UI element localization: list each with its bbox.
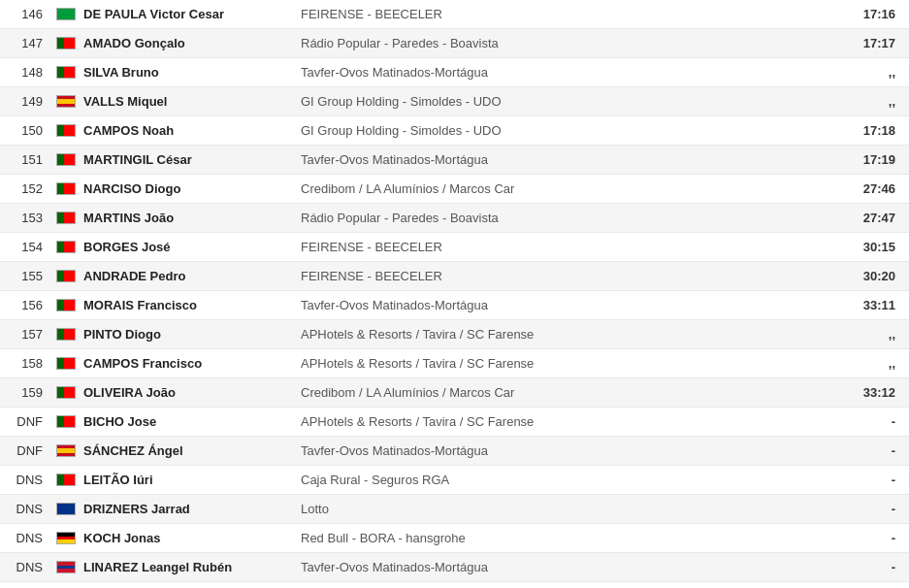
time-gap: 30:15	[818, 240, 905, 254]
time-gap: 33:11	[818, 298, 905, 312]
rank: 156	[4, 298, 52, 312]
time-gap: 17:18	[818, 123, 905, 138]
team-name: Tavfer-Ovos Matinados-Mortágua	[293, 152, 818, 167]
team-name: FEIRENSE - BEECELER	[293, 240, 818, 254]
team-name: Lotto	[293, 502, 818, 516]
rank: 149	[4, 94, 52, 109]
flag-icon	[52, 8, 80, 20]
flag-icon	[52, 270, 80, 282]
rider-name: DRIZNERS Jarrad	[80, 502, 293, 516]
table-row: DNSLINAREZ Leangel RubénTavfer-Ovos Mati…	[0, 553, 909, 582]
rank: 152	[4, 181, 52, 196]
table-row: DNSKOCH JonasRed Bull - BORA - hansgrohe…	[0, 524, 909, 553]
team-name: APHotels & Resorts / Tavira / SC Farense	[293, 356, 818, 371]
rider-name: CAMPOS Noah	[80, 123, 293, 138]
rank: 158	[4, 356, 52, 371]
team-name: Credibom / LA Alumínios / Marcos Car	[293, 181, 818, 196]
rank: DNF	[4, 414, 52, 429]
table-row: DNSDRIZNERS JarradLotto-	[0, 495, 909, 524]
flag-icon	[52, 66, 80, 79]
table-row: 148SILVA BrunoTavfer-Ovos Matinados-Mort…	[0, 58, 909, 87]
rider-name: MARTINGIL César	[80, 152, 293, 167]
flag-icon	[52, 357, 80, 370]
team-name: Tavfer-Ovos Matinados-Mortágua	[293, 443, 818, 458]
time-gap: -	[818, 414, 905, 429]
flag-icon	[52, 124, 80, 137]
team-name: APHotels & Resorts / Tavira / SC Farense	[293, 414, 818, 429]
rank: DNF	[4, 443, 52, 458]
rider-name: OLIVEIRA João	[80, 385, 293, 400]
rank: DNS	[4, 560, 52, 574]
flag-icon	[52, 95, 80, 108]
flag-icon	[52, 241, 80, 253]
table-row: 153MARTINS JoãoRádio Popular - Paredes -…	[0, 204, 909, 233]
time-gap: -	[818, 560, 905, 574]
flag-icon	[52, 503, 80, 515]
time-gap: ,,	[818, 327, 905, 342]
team-name: GI Group Holding - Simoldes - UDO	[293, 94, 818, 109]
rank: 157	[4, 327, 52, 342]
table-row: DNSLEITÃO IúriCaja Rural - Seguros RGA-	[0, 466, 909, 495]
table-row: 152NARCISO DiogoCredibom / LA Alumínios …	[0, 175, 909, 204]
team-name: Tavfer-Ovos Matinados-Mortágua	[293, 298, 818, 312]
table-row: 159OLIVEIRA JoãoCredibom / LA Alumínios …	[0, 378, 909, 408]
rider-name: MORAIS Francisco	[80, 298, 293, 312]
flag-icon	[52, 532, 80, 544]
time-gap: -	[818, 502, 905, 516]
flag-icon	[52, 561, 80, 573]
rider-name: SÁNCHEZ Ángel	[80, 443, 293, 458]
rider-name: DE PAULA Victor Cesar	[80, 7, 293, 21]
rider-name: SILVA Bruno	[80, 65, 293, 80]
table-row: DNFBICHO JoseAPHotels & Resorts / Tavira…	[0, 408, 909, 437]
time-gap: ,,	[818, 94, 905, 109]
flag-icon	[52, 153, 80, 166]
flag-icon	[52, 182, 80, 195]
table-row: DNFSÁNCHEZ ÁngelTavfer-Ovos Matinados-Mo…	[0, 437, 909, 466]
table-row: 155ANDRADE PedroFEIRENSE - BEECELER30:20	[0, 262, 909, 291]
time-gap: 17:16	[818, 7, 905, 21]
time-gap: -	[818, 443, 905, 458]
flag-icon	[52, 37, 80, 49]
rank: 153	[4, 211, 52, 225]
rider-name: AMADO Gonçalo	[80, 36, 293, 50]
rider-name: MARTINS João	[80, 211, 293, 225]
table-row: 158CAMPOS FranciscoAPHotels & Resorts / …	[0, 349, 909, 378]
flag-icon	[52, 299, 80, 311]
results-table: 146DE PAULA Victor CesarFEIRENSE - BEECE…	[0, 0, 909, 588]
flag-icon	[52, 386, 80, 399]
flag-icon	[52, 415, 80, 428]
time-gap: 27:46	[818, 181, 905, 196]
rank: 155	[4, 269, 52, 283]
rank: 159	[4, 385, 52, 400]
flag-icon	[52, 444, 80, 457]
team-name: APHotels & Resorts / Tavira / SC Farense	[293, 327, 818, 342]
rank: 148	[4, 65, 52, 80]
team-name: FEIRENSE - BEECELER	[293, 7, 818, 21]
rider-name: LEITÃO Iúri	[80, 473, 293, 487]
time-gap: -	[818, 473, 905, 487]
rider-name: VALLS Miquel	[80, 94, 293, 109]
flag-icon	[52, 328, 80, 341]
rank: DNS	[4, 473, 52, 487]
team-name: Caja Rural - Seguros RGA	[293, 473, 818, 487]
team-name: Tavfer-Ovos Matinados-Mortágua	[293, 65, 818, 80]
time-gap: 30:20	[818, 269, 905, 283]
table-row: DNSCARVALHO AntonioFEIRENSE - BEECELER-	[0, 582, 909, 588]
rider-name: KOCH Jonas	[80, 531, 293, 545]
rider-name: ANDRADE Pedro	[80, 269, 293, 283]
rank: DNS	[4, 531, 52, 545]
rider-name: NARCISO Diogo	[80, 181, 293, 196]
rider-name: BORGES José	[80, 240, 293, 254]
team-name: Credibom / LA Alumínios / Marcos Car	[293, 385, 818, 400]
rider-name: PINTO Diogo	[80, 327, 293, 342]
team-name: FEIRENSE - BEECELER	[293, 269, 818, 283]
rank: 154	[4, 240, 52, 254]
time-gap: 17:19	[818, 152, 905, 167]
rank: 146	[4, 7, 52, 21]
time-gap: -	[818, 531, 905, 545]
time-gap: ,,	[818, 356, 905, 371]
time-gap: 33:12	[818, 385, 905, 400]
team-name: Rádio Popular - Paredes - Boavista	[293, 211, 818, 225]
rider-name: CAMPOS Francisco	[80, 356, 293, 371]
rank: 150	[4, 123, 52, 138]
